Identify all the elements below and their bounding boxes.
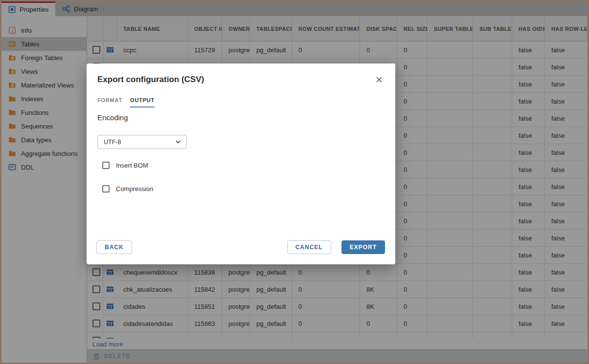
chevron-down-icon [176, 140, 181, 144]
cancel-button[interactable]: CANCEL [287, 240, 331, 254]
app-window: Properties Diagram iInfoTablesForeign Ta… [0, 0, 589, 364]
checkbox-label: Insert BOM [116, 162, 148, 169]
checkbox-box [102, 162, 110, 169]
compression-checkbox[interactable]: Compression [102, 185, 383, 193]
encoding-select[interactable]: UTF-8 [97, 135, 187, 149]
close-icon[interactable] [376, 76, 383, 83]
encoding-label: Encoding [97, 113, 383, 122]
back-button[interactable]: BACK [96, 240, 132, 254]
dialog-title: Export configuration (CSV) [97, 75, 204, 85]
dialog-tabs: FORMAT OUTPUT [97, 97, 383, 107]
export-button[interactable]: EXPORT [341, 240, 385, 254]
dialog-tab-format[interactable]: FORMAT [97, 97, 122, 107]
checkbox-box [102, 185, 110, 193]
dialog-tab-output[interactable]: OUTPUT [130, 97, 155, 107]
dialog-footer: BACK CANCEL EXPORT [96, 240, 385, 254]
export-dialog: Export configuration (CSV) FORMAT OUTPUT… [87, 64, 395, 264]
checkbox-label: Compression [116, 185, 154, 193]
encoding-value: UTF-8 [104, 139, 121, 146]
insert-bom-checkbox[interactable]: Insert BOM [102, 162, 383, 169]
